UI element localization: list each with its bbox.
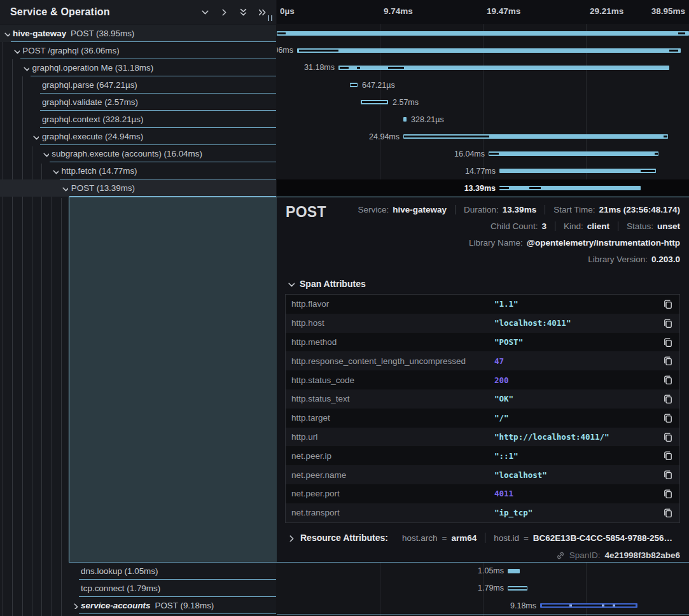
span-duration-bar[interactable] [508, 586, 527, 591]
span-row[interactable]: service-accountsPOST (9.18ms) [0, 597, 276, 614]
span-duration-bar[interactable] [350, 83, 358, 87]
chevron-down-icon[interactable] [42, 150, 49, 157]
span-duration-label: 13.39ms [464, 184, 496, 193]
ruler-tick: 29.21ms [590, 6, 623, 16]
copy-icon[interactable] [663, 451, 673, 461]
span-duration-label: 1.79ms [478, 584, 504, 592]
chevron-down-icon[interactable] [32, 133, 39, 140]
overview-field-value: hive-gateway [393, 205, 447, 214]
overview-field-label: Library Version: [588, 255, 648, 264]
span-row[interactable]: tcp.connect (1.79ms) [0, 580, 276, 597]
span-row[interactable]: graphql.execute (24.94ms) [0, 128, 276, 145]
resource-attribute-value: arm64 [451, 533, 477, 543]
span-overview-line: Library Version:0.203.0 [588, 252, 680, 266]
chevron-down-icon[interactable] [3, 30, 10, 37]
span-row-label: graphql.context (328.21µs) [42, 115, 144, 124]
chevron-down-icon[interactable] [52, 167, 59, 174]
resource-attribute-value: BC62E13B-C4CC-5854-9788-256… [533, 533, 672, 543]
expand-all-icon[interactable] [258, 8, 267, 17]
chevron-right-icon[interactable] [71, 602, 78, 609]
span-duration-bar[interactable] [540, 603, 637, 608]
child-span-mark [508, 587, 527, 589]
collapse-one-icon[interactable] [200, 8, 210, 17]
tree-indent-guide [61, 198, 62, 616]
attribute-key: net.transport [291, 508, 340, 517]
attribute-row: http.response_content_length_uncompresse… [286, 351, 679, 370]
service-name: hive-gateway [13, 29, 66, 38]
attribute-row: http.host"localhost:4011" [286, 314, 679, 333]
attribute-key: http.status_text [291, 394, 350, 403]
copy-icon[interactable] [663, 356, 673, 366]
copy-icon[interactable] [663, 299, 673, 309]
chevron-down-icon[interactable] [22, 64, 29, 71]
resource-attributes-row[interactable]: Resource Attributes: host.arch=arm64host… [287, 533, 672, 543]
span-row[interactable]: graphql.context (328.21µs) [0, 111, 276, 128]
collapse-all-icon[interactable] [239, 8, 248, 17]
span-row[interactable]: graphql.validate (2.57ms) [0, 94, 276, 111]
service-operation-header: Service & Operation [0, 0, 276, 24]
overview-field-label: Start Time: [553, 205, 595, 214]
column-resizer-handle[interactable] [268, 15, 272, 21]
attribute-value: "1.1" [494, 299, 518, 309]
span-row[interactable]: POST (13.39ms) [0, 179, 276, 197]
span-duration-label: 328.21µs [411, 115, 444, 124]
divider [618, 221, 618, 231]
child-span-mark [277, 32, 286, 34]
overview-field-value: 3 [541, 221, 546, 231]
expand-one-icon[interactable] [219, 8, 229, 17]
child-span-mark [669, 50, 678, 52]
chevron-down-icon[interactable] [13, 47, 20, 54]
span-duration-label: 36.06ms [277, 46, 293, 55]
span-duration-bar[interactable] [403, 117, 407, 122]
span-row[interactable]: http.fetch (14.77ms) [0, 162, 276, 179]
overview-field-value: client [587, 221, 609, 231]
span-attributes-header[interactable]: Span Attributes [287, 279, 366, 289]
span-row[interactable]: subgraph.execute (accounts) (16.04ms) [0, 145, 276, 162]
span-duration-bar[interactable] [508, 569, 520, 573]
span-duration-label: 647.21µs [362, 81, 395, 90]
span-duration-label: 16.04ms [454, 150, 485, 158]
copy-icon[interactable] [663, 489, 673, 499]
chevron-down-icon[interactable] [61, 185, 68, 192]
span-row[interactable]: graphql.operation Me (31.18ms) [0, 59, 276, 76]
span-duration-bar[interactable] [499, 186, 641, 190]
ruler-tick: 9.74ms [384, 6, 413, 16]
attribute-key: net.peer.name [291, 470, 346, 480]
child-span-mark [664, 136, 667, 137]
attribute-key: http.target [291, 413, 330, 423]
attribute-key: http.host [291, 318, 324, 328]
resource-attribute-key: host.arch [402, 533, 438, 543]
ruler-tick: 19.47ms [487, 6, 520, 16]
span-duration-bar[interactable] [361, 100, 388, 104]
copy-icon[interactable] [663, 432, 673, 442]
copy-icon[interactable] [663, 413, 673, 423]
span-detail-left-box [69, 197, 277, 562]
child-span-mark [602, 605, 604, 606]
span-row-label: hive-gatewayPOST (38.95ms) [13, 29, 134, 38]
attribute-key: net.peer.ip [291, 451, 331, 461]
child-span-mark [542, 605, 636, 606]
span-row[interactable]: hive-gatewayPOST (38.95ms) [0, 25, 276, 42]
attribute-row: http.status_text"OK" [286, 389, 679, 409]
span-attributes-title: Span Attributes [300, 279, 366, 289]
copy-icon[interactable] [663, 318, 673, 328]
link-icon[interactable] [556, 551, 565, 560]
span-duration-bar[interactable] [499, 169, 656, 173]
span-row[interactable]: POST /graphql (36.06ms) [0, 42, 276, 59]
span-duration-bar[interactable] [297, 48, 681, 53]
span-duration-bar[interactable] [338, 66, 669, 70]
copy-icon[interactable] [663, 375, 673, 385]
span-row[interactable]: dns.lookup (1.05ms) [0, 563, 276, 580]
span-row-label: POST /graphql (36.06ms) [22, 46, 119, 55]
span-row[interactable]: graphql.parse (647.21µs) [0, 76, 276, 94]
span-row-border [79, 613, 276, 614]
copy-icon[interactable] [663, 470, 673, 480]
span-overview-line: Child Count:3Kind:clientStatus:unset [491, 219, 680, 233]
span-duration-bar[interactable] [489, 151, 658, 156]
attribute-value: "ip_tcp" [494, 508, 532, 517]
span-duration-bar[interactable] [277, 31, 689, 36]
copy-icon[interactable] [663, 508, 673, 518]
copy-icon[interactable] [663, 394, 673, 404]
copy-icon[interactable] [663, 337, 673, 347]
span-duration-bar[interactable] [403, 134, 668, 139]
